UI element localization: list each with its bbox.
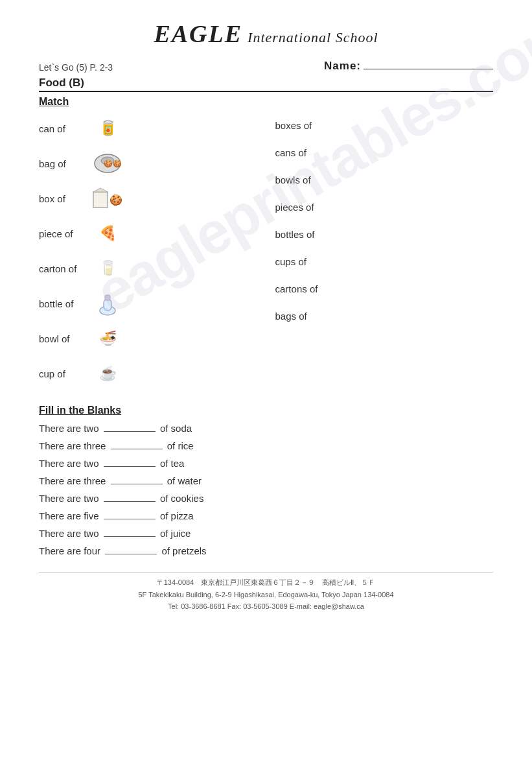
icon-bottle xyxy=(91,290,124,317)
fill-prefix-5: There are two xyxy=(39,493,102,504)
fill-item-6: There are five of pizza xyxy=(39,510,493,521)
right-item-bottles: bottles of xyxy=(275,227,493,243)
match-right-column: boxes of cans of bowls of pieces of bott… xyxy=(275,114,493,394)
fill-item-7: There are two of juice xyxy=(39,528,493,539)
fill-blank-7[interactable] xyxy=(104,536,156,537)
fill-item-8: There are four of pretzels xyxy=(39,545,493,556)
fill-prefix-1: There are two xyxy=(39,423,102,434)
fill-suffix-6: of pizza xyxy=(157,510,194,521)
match-container: can of 🥫 bag of 🍪🍪 box of 🍪 xyxy=(39,114,493,394)
fill-blank-5[interactable] xyxy=(104,501,156,502)
logo-subtitle: International School xyxy=(248,29,378,45)
fill-prefix-2: There are three xyxy=(39,440,109,451)
fill-prefix-7: There are two xyxy=(39,528,102,539)
footer-line1: 〒134-0084 東京都江戸川区東葛西６丁目２－９ 高積ビルⅡ、５Ｆ xyxy=(39,576,493,589)
right-item-pieces: pieces of xyxy=(275,200,493,215)
match-item-cup: cup of ☕ xyxy=(39,359,257,388)
fill-suffix-4: of water xyxy=(165,475,202,486)
course-label: Let`s Go (5) P. 2-3 xyxy=(39,62,113,73)
label-can: can of xyxy=(39,123,91,134)
match-item-bag: bag of 🍪🍪 xyxy=(39,149,257,178)
footer-line2: 5F Takekikaku Building, 6-2-9 Higashikas… xyxy=(39,589,493,601)
match-item-can: can of 🥫 xyxy=(39,114,257,143)
fill-item-3: There are two of tea xyxy=(39,458,493,469)
fill-suffix-8: of pretzels xyxy=(159,545,206,556)
right-item-cartons: cartons of xyxy=(275,281,493,297)
match-title: Match xyxy=(39,96,493,108)
match-item-piece: piece of 🍕 xyxy=(39,219,257,248)
label-cup: cup of xyxy=(39,368,91,379)
right-item-bowls: bowls of xyxy=(275,172,493,188)
icon-carton: 🥛 xyxy=(91,255,124,282)
fill-prefix-4: There are three xyxy=(39,475,109,486)
right-item-cups: cups of xyxy=(275,254,493,270)
fill-blank-2[interactable] xyxy=(111,449,163,449)
fill-item-4: There are three of water xyxy=(39,475,493,486)
svg-text:🍪🍪: 🍪🍪 xyxy=(104,159,122,168)
fill-item-2: There are three of rice xyxy=(39,440,493,451)
svg-point-9 xyxy=(104,308,108,311)
icon-piece: 🍕 xyxy=(91,220,124,247)
fill-suffix-1: of soda xyxy=(157,423,192,434)
svg-rect-8 xyxy=(105,295,110,300)
fill-blank-8[interactable] xyxy=(105,554,157,554)
fill-blank-6[interactable] xyxy=(104,519,156,519)
footer-line3: Tel: 03-3686-8681 Fax: 03-5605-3089 E-ma… xyxy=(39,600,493,613)
meta-row: Let`s Go (5) P. 2-3 Name: xyxy=(39,60,493,73)
fill-blank-1[interactable] xyxy=(104,431,156,432)
icon-cup: ☕ xyxy=(91,360,124,387)
fill-suffix-5: of cookies xyxy=(157,493,204,504)
right-item-cans: cans of xyxy=(275,145,493,161)
name-underline[interactable] xyxy=(364,69,493,69)
label-bowl: bowl of xyxy=(39,333,91,344)
match-left-column: can of 🥫 bag of 🍪🍪 box of 🍪 xyxy=(39,114,257,394)
svg-text:🍪: 🍪 xyxy=(110,194,122,206)
fill-prefix-3: There are two xyxy=(39,458,102,469)
fill-blank-3[interactable] xyxy=(104,466,156,467)
label-bag: bag of xyxy=(39,158,91,169)
fill-suffix-3: of tea xyxy=(157,458,185,469)
svg-marker-4 xyxy=(93,188,108,192)
logo-eagle: EAGLE xyxy=(154,20,242,47)
right-item-bags: bags of xyxy=(275,309,493,324)
match-item-carton: carton of 🥛 xyxy=(39,254,257,283)
fill-prefix-8: There are four xyxy=(39,545,103,556)
label-piece: piece of xyxy=(39,228,91,239)
section-title: Food (B) xyxy=(39,77,493,92)
fill-item-5: There are two of cookies xyxy=(39,493,493,504)
name-label: Name: xyxy=(324,60,493,73)
fill-section: Fill in the Blanks There are two of soda… xyxy=(39,405,493,556)
icon-bowl: 🍜 xyxy=(91,325,124,352)
icon-box: 🍪 xyxy=(91,185,124,212)
fill-blank-4[interactable] xyxy=(111,484,163,484)
icon-can: 🥫 xyxy=(91,115,124,142)
match-item-bottle: bottle of xyxy=(39,289,257,318)
page-header: EAGLEInternational School xyxy=(39,19,493,48)
fill-item-1: There are two of soda xyxy=(39,423,493,434)
fill-prefix-6: There are five xyxy=(39,510,102,521)
svg-rect-3 xyxy=(93,192,108,207)
label-carton: carton of xyxy=(39,263,91,274)
fill-suffix-2: of rice xyxy=(165,440,194,451)
icon-bag: 🍪🍪 xyxy=(91,150,124,177)
match-item-box: box of 🍪 xyxy=(39,184,257,213)
footer: 〒134-0084 東京都江戸川区東葛西６丁目２－９ 高積ビルⅡ、５Ｆ 5F T… xyxy=(39,572,493,613)
label-box: box of xyxy=(39,193,91,204)
match-item-bowl: bowl of 🍜 xyxy=(39,324,257,353)
fill-title: Fill in the Blanks xyxy=(39,405,493,416)
label-bottle: bottle of xyxy=(39,298,91,309)
fill-suffix-7: of juice xyxy=(157,528,191,539)
right-item-boxes: boxes of xyxy=(275,118,493,134)
